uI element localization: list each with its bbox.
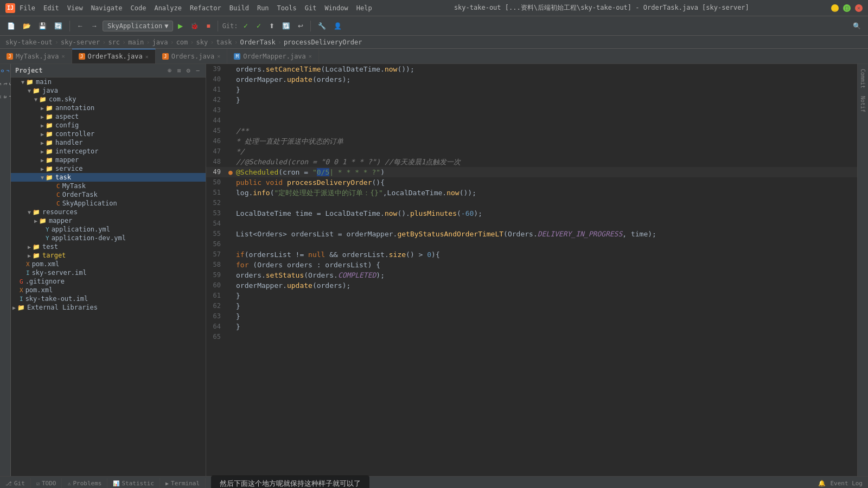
expand-arrow-test[interactable]: ▶	[26, 244, 33, 250]
search-everywhere-button[interactable]: 🔍	[850, 21, 864, 31]
right-sidebar-commit-icon[interactable]: Commit	[859, 67, 867, 91]
tree-item-service[interactable]: ▶ 📁 service	[11, 164, 206, 173]
expand-arrow-main[interactable]: ▼	[20, 79, 26, 85]
tree-item-extlibs[interactable]: ▶ 📁 External Libraries	[11, 303, 206, 312]
expand-arrow-res-mapper[interactable]: ▶	[33, 218, 39, 224]
tree-item-config[interactable]: ▶ 📁 config	[11, 121, 206, 130]
tab-close-mytask[interactable]: ✕	[61, 53, 65, 59]
git-rollback-button[interactable]: ↩	[295, 21, 306, 31]
project-add-icon[interactable]: ⊕	[166, 66, 173, 75]
toolbar-new-button[interactable]: 📄	[4, 21, 18, 31]
tree-item-takeoutIml[interactable]: I sky-take-out.iml	[11, 294, 206, 303]
tree-item-java[interactable]: ▼ 📁 java	[11, 86, 206, 95]
tree-item-pomxml-root[interactable]: X pom.xml	[11, 286, 206, 294]
tree-item-mytask[interactable]: C MyTask	[11, 182, 206, 190]
menu-analyze[interactable]: Analyze	[154, 4, 182, 12]
git-push-button[interactable]: ✓	[253, 21, 264, 31]
menu-git[interactable]: Git	[305, 4, 317, 12]
tree-item-aspect[interactable]: ▶ 📁 aspect	[11, 112, 206, 121]
toolbar-sync-button[interactable]: 🔄	[52, 21, 65, 31]
expand-arrow-java[interactable]: ▼	[26, 88, 33, 94]
tree-item-controller[interactable]: ▶ 📁 controller	[11, 130, 206, 138]
tree-item-pomxml-server[interactable]: X pom.xml	[11, 260, 206, 268]
project-gear-icon[interactable]: ⚙	[185, 66, 192, 75]
tree-item-skyapp[interactable]: C SkyApplication	[11, 199, 206, 208]
tree-item-task[interactable]: ▼ 📁 task	[11, 173, 206, 182]
tree-item-appdevyml[interactable]: Y application-dev.yml	[11, 234, 206, 242]
tree-item-test[interactable]: ▶ 📁 test	[11, 242, 206, 251]
right-sidebar-notifications-icon[interactable]: Notif	[859, 94, 867, 114]
profile-button[interactable]: 👤	[331, 21, 344, 31]
breadcrumb-item-7[interactable]: task	[216, 38, 232, 46]
expand-arrow-service[interactable]: ▶	[39, 166, 46, 172]
menu-build[interactable]: Build	[229, 4, 249, 12]
breadcrumb-item-0[interactable]: sky-take-out	[5, 38, 53, 46]
tree-item-interceptor[interactable]: ▶ 📁 interceptor	[11, 147, 206, 156]
tab-mytask[interactable]: J MyTask.java ✕	[0, 49, 72, 63]
bottom-tab-git[interactable]: ⎇ Git	[0, 478, 31, 488]
bottom-tab-problems[interactable]: ⚠ Problems	[62, 478, 107, 488]
breadcrumb-item-2[interactable]: src	[108, 38, 120, 46]
minimize-button[interactable]: _	[831, 4, 839, 12]
expand-arrow-interceptor[interactable]: ▶	[39, 149, 46, 155]
git-update-button[interactable]: 🔃	[279, 21, 293, 31]
menu-code[interactable]: Code	[131, 4, 146, 12]
run-config-dropdown[interactable]: SkyApplication ▼	[103, 21, 173, 31]
structure-icon[interactable]: Str	[1, 80, 10, 88]
expand-arrow-aspect[interactable]: ▶	[39, 114, 46, 120]
toolbar-open-button[interactable]: 📂	[20, 21, 34, 31]
menu-bar[interactable]: File Edit View Navigate Code Analyze Ref…	[20, 4, 372, 12]
breadcrumb-item-8[interactable]: OrderTask	[240, 38, 276, 46]
tree-item-gitignore[interactable]: G .gitignore	[11, 277, 206, 286]
expand-arrow-extlibs[interactable]: ▶	[11, 305, 17, 311]
tab-close-orders[interactable]: ✕	[217, 53, 220, 59]
menu-help[interactable]: Help	[356, 4, 372, 12]
run-button[interactable]: ▶	[175, 21, 186, 31]
project-collapse-icon[interactable]: −	[194, 66, 201, 75]
breadcrumb-item-6[interactable]: sky	[196, 38, 208, 46]
menu-refactor[interactable]: Refactor	[190, 4, 221, 12]
maximize-button[interactable]: □	[843, 4, 851, 12]
tree-item-annotation[interactable]: ▶ 📁 annotation	[11, 104, 206, 112]
breadcrumb-item-1[interactable]: sky-server	[61, 38, 100, 46]
stop-button[interactable]: ■	[203, 21, 213, 31]
tab-close-ordermapper[interactable]: ✕	[309, 53, 312, 59]
favorites-icon[interactable]: Fav	[1, 93, 10, 101]
tab-orders[interactable]: J Orders.java ✕	[156, 49, 228, 63]
menu-run[interactable]: Run	[257, 4, 269, 12]
expand-arrow-mapper[interactable]: ▶	[39, 157, 46, 163]
tree-item-serverIml[interactable]: I sky-server.iml	[11, 268, 206, 277]
bottom-tab-terminal[interactable]: ▶ Terminal	[160, 478, 206, 488]
menu-tools[interactable]: Tools	[277, 4, 297, 12]
event-log-label[interactable]: Event Log	[830, 480, 863, 487]
project-panel-controls[interactable]: ⊕ ≡ ⚙ −	[166, 66, 201, 75]
toolbar-back-button[interactable]: ←	[74, 21, 86, 31]
breadcrumb-item-4[interactable]: java	[152, 38, 168, 46]
expand-arrow-task[interactable]: ▼	[39, 175, 46, 181]
breadcrumb-item-3[interactable]: main	[128, 38, 144, 46]
bottom-tab-todo[interactable]: ☑ TODO	[31, 478, 62, 488]
tab-ordertask[interactable]: J OrderTask.java ✕	[72, 49, 156, 63]
git-check-button[interactable]: ✓	[240, 21, 251, 31]
editor-area[interactable]: 39 orders.setCancelTime(LocalDateTime.no…	[206, 64, 857, 476]
tree-item-mapper[interactable]: ▶ 📁 mapper	[11, 156, 206, 164]
expand-arrow-annotation[interactable]: ▶	[39, 105, 46, 111]
menu-window[interactable]: Window	[324, 4, 348, 12]
toolbar-save-button[interactable]: 💾	[36, 21, 49, 31]
close-button[interactable]: ✕	[855, 4, 863, 12]
git-fetch-button[interactable]: ⬆	[266, 21, 277, 31]
toolbar-forward-button[interactable]: →	[88, 21, 100, 31]
expand-arrow-config[interactable]: ▶	[39, 123, 46, 129]
settings-button[interactable]: 🔧	[315, 21, 329, 31]
expand-arrow-comsky[interactable]: ▼	[33, 97, 39, 102]
tree-item-ordertask[interactable]: C OrderTask	[11, 190, 206, 199]
project-sort-icon[interactable]: ≡	[175, 66, 182, 75]
tree-item-target[interactable]: ▶ 📁 target	[11, 251, 206, 260]
expand-arrow-controller[interactable]: ▶	[39, 131, 46, 137]
debug-button[interactable]: 🐞	[188, 21, 201, 31]
tab-close-ordertask[interactable]: ✕	[145, 54, 149, 60]
breadcrumb-item-5[interactable]: com	[176, 38, 188, 46]
menu-navigate[interactable]: Navigate	[91, 4, 123, 12]
expand-arrow-resources[interactable]: ▼	[26, 209, 33, 215]
tree-item-resources[interactable]: ▼ 📁 resources	[11, 208, 206, 216]
